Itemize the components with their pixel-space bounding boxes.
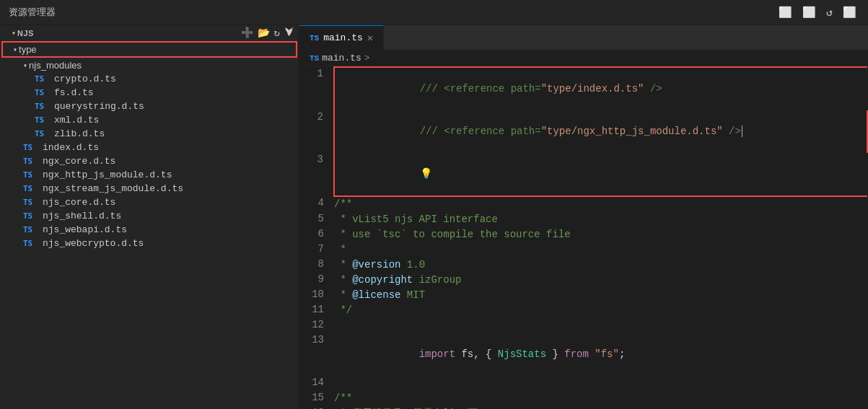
line-number: 1 [299, 67, 334, 110]
code-table: 1 /// <reference path="type/index.d.ts" … [299, 66, 868, 409]
line-number: 7 [299, 242, 334, 258]
file-name: zlib.d.ts [54, 128, 105, 139]
breadcrumb-separator: > [364, 53, 370, 63]
new-folder-icon-sidebar[interactable]: 📂 [258, 27, 270, 39]
line-number: 12 [299, 318, 334, 333]
line-content: * @license MIT [334, 288, 867, 303]
type-folder-label: type [19, 44, 37, 55]
list-item[interactable]: TS fs.d.ts [0, 86, 299, 100]
ts-badge: TS [23, 157, 39, 166]
ts-badge: TS [35, 74, 51, 84]
code-line-9: 9 * @copyright izGroup [299, 273, 867, 288]
list-item[interactable]: TS njs_core.d.ts [0, 195, 299, 209]
new-folder-icon[interactable]: ⬜ [799, 4, 819, 21]
code-line-2: 2 /// <reference path="type/ngx_http_js_… [299, 110, 867, 153]
file-name: njs_webcrypto.d.ts [43, 238, 144, 249]
file-name: njs_shell.d.ts [43, 211, 121, 221]
chevron-down-icon: ▾ [12, 29, 16, 38]
chevron-down-icon: ▾ [13, 45, 17, 54]
list-item[interactable]: TS njs_webcrypto.d.ts [0, 237, 299, 250]
ts-badge: TS [23, 184, 39, 193]
refresh-icon[interactable]: ↺ [823, 4, 836, 21]
line-number: 16 [299, 406, 334, 409]
line-number: 6 [299, 227, 334, 242]
list-item[interactable]: TS querystring.d.ts [0, 100, 299, 113]
list-item[interactable]: TS crypto.d.ts [0, 72, 299, 86]
line-content: */ [334, 303, 867, 318]
sidebar-item-type[interactable]: ▾ type [3, 43, 296, 56]
line-content: /// <reference path="type/index.d.ts" /> [334, 67, 867, 110]
ts-badge: TS [23, 239, 39, 248]
njs-modules-label: njs_modules [29, 60, 82, 71]
line-content: 💡 [334, 153, 867, 196]
code-line-13: 13 import fs, { NjsStats } from "fs"; [299, 333, 867, 376]
line-number: 11 [299, 303, 334, 318]
new-file-icon[interactable]: ⬜ [776, 4, 795, 21]
sidebar: ▾ NJS ➕ 📂 ↻ ⮟ ▾ type ▾ njs_modules TS [0, 25, 299, 409]
list-item[interactable]: TS ngx_core.d.ts [0, 154, 299, 168]
list-item[interactable]: TS njs_shell.d.ts [0, 209, 299, 223]
ts-badge: TS [23, 211, 39, 221]
line-number: 14 [299, 376, 334, 391]
explorer-title: 资源管理器 [9, 6, 770, 19]
line-number: 9 [299, 273, 334, 288]
list-item[interactable]: TS ngx_stream_js_module.d.ts [0, 182, 299, 195]
line-content [334, 318, 867, 333]
lightbulb-icon[interactable]: 💡 [420, 168, 432, 180]
list-item[interactable]: TS xml.d.ts [0, 113, 299, 127]
collapse-icon[interactable]: ⬜ [840, 4, 859, 21]
new-file-icon-sidebar[interactable]: ➕ [241, 27, 253, 39]
code-line-15: 15 /** [299, 391, 867, 406]
ts-badge: TS [23, 198, 39, 207]
file-name: ngx_http_js_module.d.ts [43, 170, 172, 180]
file-name: xml.d.ts [54, 115, 99, 126]
tab-main-ts[interactable]: TS main.ts ✕ [299, 25, 384, 50]
collapse-all-icon[interactable]: ⮟ [284, 27, 294, 39]
line-content: * use `tsc` to compile the source file [334, 227, 867, 242]
code-line-14: 14 [299, 376, 867, 391]
code-line-6: 6 * use `tsc` to compile the source file [299, 227, 867, 242]
code-line-8: 8 * @version 1.0 [299, 258, 867, 273]
code-line-7: 7 * [299, 242, 867, 258]
sidebar-root-njs[interactable]: ▾ NJS ➕ 📂 ↻ ⮟ [0, 25, 299, 40]
refresh-icon-sidebar[interactable]: ↻ [274, 27, 280, 39]
code-area[interactable]: 1 /// <reference path="type/index.d.ts" … [299, 66, 868, 409]
tab-filename: main.ts [323, 32, 363, 43]
line-number: 8 [299, 258, 334, 273]
breadcrumb-filename: main.ts [322, 53, 361, 63]
line-content: * [334, 242, 867, 258]
ts-badge: TS [35, 102, 51, 111]
file-name: crypto.d.ts [54, 74, 116, 84]
code-line-12: 12 [299, 318, 867, 333]
line-number: 2 [299, 110, 334, 153]
line-number: 5 [299, 212, 334, 227]
ts-badge: TS [35, 88, 51, 97]
code-line-3: 3 💡 [299, 153, 867, 196]
file-name: njs_core.d.ts [43, 197, 115, 208]
top-bar-actions: ⬜ ⬜ ↺ ⬜ [776, 4, 859, 21]
tab-close-button[interactable]: ✕ [367, 32, 373, 44]
line-number: 15 [299, 391, 334, 406]
tab-ts-label: TS [310, 34, 319, 43]
breadcrumb-ts-icon: TS [310, 54, 319, 63]
line-content: /** [334, 391, 867, 406]
code-line-1: 1 /// <reference path="type/index.d.ts" … [299, 67, 867, 110]
sidebar-item-njs-modules[interactable]: ▾ njs_modules [0, 58, 299, 72]
list-item[interactable]: TS index.d.ts [0, 141, 299, 154]
line-content: * 应用根目录，暴露在list下 [334, 406, 867, 409]
line-content [334, 376, 867, 391]
file-name: querystring.d.ts [54, 101, 144, 112]
code-line-11: 11 */ [299, 303, 867, 318]
file-name: njs_webapi.d.ts [43, 224, 127, 235]
line-number: 3 [299, 153, 334, 196]
list-item[interactable]: TS ngx_http_js_module.d.ts [0, 168, 299, 182]
line-content: /// <reference path="type/ngx_http_js_mo… [334, 110, 867, 153]
file-name: ngx_core.d.ts [43, 156, 115, 167]
code-line-16: 16 * 应用根目录，暴露在list下 [299, 406, 867, 409]
list-item[interactable]: TS njs_webapi.d.ts [0, 223, 299, 237]
file-name: ngx_stream_js_module.d.ts [43, 183, 183, 194]
line-content: * vList5 njs API interface [334, 212, 867, 227]
njs-root-label: NJS [17, 29, 34, 38]
main-layout: ▾ NJS ➕ 📂 ↻ ⮟ ▾ type ▾ njs_modules TS [0, 25, 868, 409]
list-item[interactable]: TS zlib.d.ts [0, 127, 299, 141]
